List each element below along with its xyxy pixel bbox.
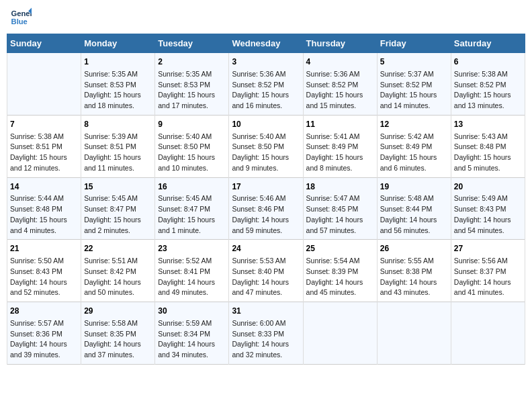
svg-text:Blue: Blue — [11, 17, 28, 26]
day-info: Sunrise: 5:36 AM Sunset: 8:52 PM Dayligh… — [306, 69, 374, 111]
day-cell: 28Sunrise: 5:57 AM Sunset: 8:36 PM Dayli… — [7, 302, 81, 365]
day-number: 5 — [380, 56, 448, 68]
day-cell — [451, 302, 525, 365]
column-header-tuesday: Tuesday — [155, 34, 229, 53]
day-number: 25 — [306, 243, 374, 255]
week-row: 14Sunrise: 5:44 AM Sunset: 8:48 PM Dayli… — [7, 177, 525, 240]
day-number: 11 — [306, 119, 374, 130]
day-cell — [377, 302, 451, 365]
column-header-wednesday: Wednesday — [229, 34, 303, 53]
day-info: Sunrise: 5:40 AM Sunset: 8:50 PM Dayligh… — [232, 132, 300, 174]
day-number: 1 — [84, 56, 152, 68]
column-header-saturday: Saturday — [451, 34, 525, 53]
day-cell: 3Sunrise: 5:36 AM Sunset: 8:52 PM Daylig… — [229, 53, 303, 116]
day-cell: 5Sunrise: 5:37 AM Sunset: 8:52 PM Daylig… — [377, 53, 451, 116]
day-info: Sunrise: 5:51 AM Sunset: 8:42 PM Dayligh… — [84, 256, 152, 298]
day-number: 19 — [380, 181, 448, 193]
day-info: Sunrise: 6:00 AM Sunset: 8:33 PM Dayligh… — [232, 318, 300, 361]
day-cell: 8Sunrise: 5:39 AM Sunset: 8:51 PM Daylig… — [81, 115, 155, 177]
day-number: 27 — [454, 243, 522, 255]
day-cell: 31Sunrise: 6:00 AM Sunset: 8:33 PM Dayli… — [229, 302, 303, 365]
day-cell: 20Sunrise: 5:49 AM Sunset: 8:43 PM Dayli… — [451, 177, 525, 240]
day-cell: 6Sunrise: 5:38 AM Sunset: 8:52 PM Daylig… — [451, 53, 525, 116]
logo-icon: General Blue — [10, 7, 32, 28]
page-header: General Blue — [7, 7, 525, 28]
day-info: Sunrise: 5:43 AM Sunset: 8:48 PM Dayligh… — [454, 132, 522, 174]
day-cell: 17Sunrise: 5:46 AM Sunset: 8:46 PM Dayli… — [229, 177, 303, 240]
day-number: 14 — [10, 181, 78, 193]
day-number: 9 — [158, 119, 226, 130]
day-cell: 1Sunrise: 5:35 AM Sunset: 8:53 PM Daylig… — [81, 53, 155, 116]
day-number: 20 — [454, 181, 522, 193]
day-cell — [7, 53, 81, 116]
day-info: Sunrise: 5:55 AM Sunset: 8:38 PM Dayligh… — [380, 256, 448, 298]
day-cell: 25Sunrise: 5:54 AM Sunset: 8:39 PM Dayli… — [303, 240, 377, 302]
day-info: Sunrise: 5:54 AM Sunset: 8:39 PM Dayligh… — [306, 256, 374, 298]
day-cell: 21Sunrise: 5:50 AM Sunset: 8:43 PM Dayli… — [7, 240, 81, 302]
day-cell: 7Sunrise: 5:38 AM Sunset: 8:51 PM Daylig… — [7, 115, 81, 177]
column-header-friday: Friday — [377, 34, 451, 53]
day-number: 3 — [232, 56, 300, 68]
day-info: Sunrise: 5:39 AM Sunset: 8:51 PM Dayligh… — [84, 132, 152, 174]
day-number: 18 — [306, 181, 374, 193]
day-number: 7 — [10, 119, 78, 130]
day-number: 10 — [232, 119, 300, 130]
day-info: Sunrise: 5:37 AM Sunset: 8:52 PM Dayligh… — [380, 69, 448, 111]
day-cell: 24Sunrise: 5:53 AM Sunset: 8:40 PM Dayli… — [229, 240, 303, 302]
day-number: 12 — [380, 119, 448, 130]
day-info: Sunrise: 5:35 AM Sunset: 8:53 PM Dayligh… — [158, 69, 226, 111]
day-info: Sunrise: 5:48 AM Sunset: 8:44 PM Dayligh… — [380, 193, 448, 236]
day-cell: 29Sunrise: 5:58 AM Sunset: 8:35 PM Dayli… — [81, 302, 155, 365]
day-number: 31 — [232, 306, 300, 317]
day-number: 15 — [84, 181, 152, 193]
column-header-monday: Monday — [81, 34, 155, 53]
day-info: Sunrise: 5:59 AM Sunset: 8:34 PM Dayligh… — [158, 318, 226, 361]
day-number: 21 — [10, 243, 78, 255]
day-number: 6 — [454, 56, 522, 68]
day-number: 29 — [84, 306, 152, 317]
day-cell: 26Sunrise: 5:55 AM Sunset: 8:38 PM Dayli… — [377, 240, 451, 302]
day-cell: 22Sunrise: 5:51 AM Sunset: 8:42 PM Dayli… — [81, 240, 155, 302]
day-info: Sunrise: 5:47 AM Sunset: 8:45 PM Dayligh… — [306, 193, 374, 236]
day-number: 13 — [454, 119, 522, 130]
column-header-thursday: Thursday — [303, 34, 377, 53]
day-cell: 12Sunrise: 5:42 AM Sunset: 8:49 PM Dayli… — [377, 115, 451, 177]
calendar-table: SundayMondayTuesdayWednesdayThursdayFrid… — [7, 34, 525, 365]
week-row: 7Sunrise: 5:38 AM Sunset: 8:51 PM Daylig… — [7, 115, 525, 177]
day-number: 16 — [158, 181, 226, 193]
day-number: 28 — [10, 306, 78, 317]
day-info: Sunrise: 5:49 AM Sunset: 8:43 PM Dayligh… — [454, 193, 522, 236]
day-cell: 11Sunrise: 5:41 AM Sunset: 8:49 PM Dayli… — [303, 115, 377, 177]
day-cell: 2Sunrise: 5:35 AM Sunset: 8:53 PM Daylig… — [155, 53, 229, 116]
day-cell: 23Sunrise: 5:52 AM Sunset: 8:41 PM Dayli… — [155, 240, 229, 302]
day-info: Sunrise: 5:44 AM Sunset: 8:48 PM Dayligh… — [10, 193, 78, 236]
week-row: 21Sunrise: 5:50 AM Sunset: 8:43 PM Dayli… — [7, 240, 525, 302]
day-info: Sunrise: 5:36 AM Sunset: 8:52 PM Dayligh… — [232, 69, 300, 111]
day-number: 17 — [232, 181, 300, 193]
day-info: Sunrise: 5:45 AM Sunset: 8:47 PM Dayligh… — [84, 193, 152, 236]
day-number: 30 — [158, 306, 226, 317]
day-cell: 13Sunrise: 5:43 AM Sunset: 8:48 PM Dayli… — [451, 115, 525, 177]
day-number: 22 — [84, 243, 152, 255]
day-info: Sunrise: 5:40 AM Sunset: 8:50 PM Dayligh… — [158, 132, 226, 174]
day-number: 23 — [158, 243, 226, 255]
day-info: Sunrise: 5:50 AM Sunset: 8:43 PM Dayligh… — [10, 256, 78, 298]
day-info: Sunrise: 5:46 AM Sunset: 8:46 PM Dayligh… — [232, 193, 300, 236]
day-number: 4 — [306, 56, 374, 68]
day-number: 26 — [380, 243, 448, 255]
day-info: Sunrise: 5:57 AM Sunset: 8:36 PM Dayligh… — [10, 318, 78, 361]
day-cell: 14Sunrise: 5:44 AM Sunset: 8:48 PM Dayli… — [7, 177, 81, 240]
day-info: Sunrise: 5:38 AM Sunset: 8:51 PM Dayligh… — [10, 132, 78, 174]
day-number: 24 — [232, 243, 300, 255]
day-info: Sunrise: 5:38 AM Sunset: 8:52 PM Dayligh… — [454, 69, 522, 111]
day-cell — [303, 302, 377, 365]
day-cell: 15Sunrise: 5:45 AM Sunset: 8:47 PM Dayli… — [81, 177, 155, 240]
day-info: Sunrise: 5:42 AM Sunset: 8:49 PM Dayligh… — [380, 132, 448, 174]
day-info: Sunrise: 5:53 AM Sunset: 8:40 PM Dayligh… — [232, 256, 300, 298]
day-cell: 4Sunrise: 5:36 AM Sunset: 8:52 PM Daylig… — [303, 53, 377, 116]
day-cell: 19Sunrise: 5:48 AM Sunset: 8:44 PM Dayli… — [377, 177, 451, 240]
day-cell: 10Sunrise: 5:40 AM Sunset: 8:50 PM Dayli… — [229, 115, 303, 177]
day-cell: 16Sunrise: 5:45 AM Sunset: 8:47 PM Dayli… — [155, 177, 229, 240]
day-number: 8 — [84, 119, 152, 130]
day-cell: 18Sunrise: 5:47 AM Sunset: 8:45 PM Dayli… — [303, 177, 377, 240]
